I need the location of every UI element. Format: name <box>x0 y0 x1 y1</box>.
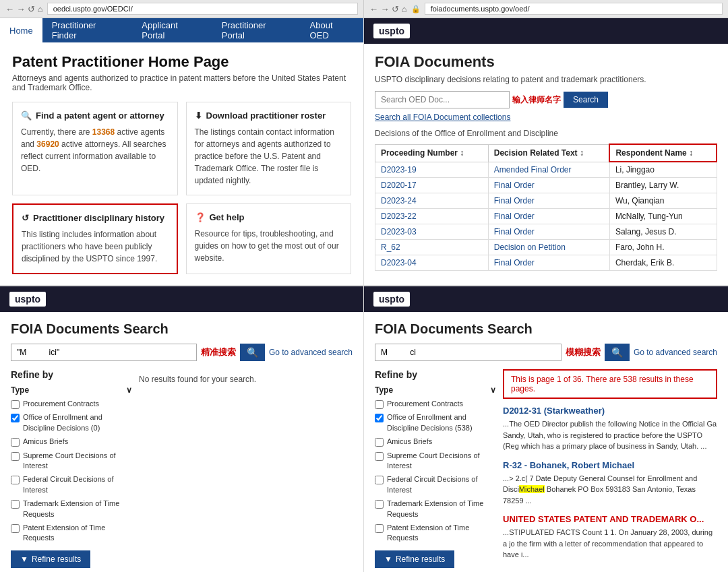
checkbox-item: Amicus Briefs <box>11 437 132 447</box>
bl-type-chevron[interactable]: ∨ <box>126 385 132 395</box>
checkbox-1[interactable] <box>11 414 20 422</box>
br-checkbox-0[interactable] <box>375 400 384 409</box>
filter-icon: ▼ <box>20 554 28 564</box>
tr-uspto-logo: uspto <box>373 24 410 38</box>
nav-item-home[interactable]: Home <box>0 18 42 42</box>
dec-text-cell[interactable]: Final Order <box>488 178 609 193</box>
card-download-title: ⬇ Download practitioner roster <box>195 110 343 121</box>
address-bar-left[interactable]: oedci.uspto.gov/OEDCI/ <box>47 3 358 15</box>
card-disciplinary[interactable]: ↺ Practitioner disciplinary history This… <box>12 203 178 274</box>
page-subtitle: Attorneys and agents authorized to pract… <box>12 73 351 92</box>
br-results-panel: This is page 1 of 36. There are 538 resu… <box>503 369 717 569</box>
result-title[interactable]: D2012-31 (Starkweather) <box>503 406 717 416</box>
nav-item-applicant[interactable]: Applicant Portal <box>132 15 212 46</box>
proc-num-cell[interactable]: D2023-03 <box>375 224 489 240</box>
br-checkbox-6[interactable] <box>375 524 384 533</box>
checkbox-6[interactable] <box>11 524 20 533</box>
checkbox-4[interactable] <box>11 476 20 484</box>
proc-num-cell[interactable]: D2023-24 <box>375 193 489 209</box>
br-checkbox-5[interactable] <box>375 500 384 509</box>
th-resp-name: Respondent Name ↕ <box>609 144 717 162</box>
th-dec-text: Decision Related Text ↕ <box>488 144 609 162</box>
bl-search-button[interactable]: 🔍 <box>240 344 265 361</box>
card-get-help[interactable]: ❓ Get help Resource for tips, troublesho… <box>186 203 352 274</box>
result-item: UNITED STATES PATENT AND TRADEMARK O....… <box>503 514 717 561</box>
dec-text-cell[interactable]: Final Order <box>488 224 609 240</box>
br-refine-button[interactable]: ▼ Refine results <box>375 550 454 568</box>
proc-num-cell[interactable]: R_62 <box>375 240 489 255</box>
bl-search-bar-row: 精准搜索 🔍 Go to advanced search <box>11 344 353 361</box>
card-find-agent-title: 🔍 Find a patent agent or attorney <box>21 110 169 121</box>
checkbox-5[interactable] <box>11 500 20 509</box>
resp-name-cell: McNally, Tung-Yun <box>609 209 717 224</box>
checkbox-item: Procurement Contracts <box>375 399 496 409</box>
bl-refine-button[interactable]: ▼ Refine results <box>11 550 90 568</box>
checkbox-2[interactable] <box>11 438 20 447</box>
br-checkbox-1[interactable] <box>375 414 384 422</box>
br-checkbox-4[interactable] <box>375 476 384 484</box>
checkbox-0[interactable] <box>11 400 20 409</box>
checkbox-item: Office of Enrollment and Discipline Deci… <box>375 412 496 433</box>
bl-refine-title: Refine by <box>11 369 132 380</box>
tr-all-collections-link[interactable]: Search all FOIA Document collections <box>375 113 717 122</box>
result-excerpt: ...The OED Director publish the followin… <box>503 418 717 452</box>
br-search-button[interactable]: 🔍 <box>605 344 630 361</box>
bl-search-input[interactable] <box>11 344 197 361</box>
table-row: D2023-24 Final Order Wu, Qianqian <box>375 193 717 209</box>
bl-results-panel: No results found for your search. <box>139 369 353 568</box>
checkbox-item: Procurement Contracts <box>11 399 132 409</box>
nav-item-practitioner[interactable]: Practitioner Portal <box>212 15 301 46</box>
proc-num-cell[interactable]: D2020-17 <box>375 178 489 193</box>
card-find-agent-body: Currently, there are 13368 active agents… <box>21 126 169 174</box>
help-icon: ❓ <box>195 212 206 222</box>
nav-item-about[interactable]: About OED <box>301 15 363 46</box>
download-icon: ⬇ <box>195 110 202 121</box>
nav-arrows-right[interactable]: ← → ↺ ⌂ <box>369 4 407 14</box>
dec-text-cell[interactable]: Final Order <box>488 209 609 224</box>
card-find-agent[interactable]: 🔍 Find a patent agent or attorney Curren… <box>12 102 178 195</box>
checkbox-3[interactable] <box>11 452 20 461</box>
br-advanced-search-link[interactable]: Go to advanced search <box>634 348 717 357</box>
dec-text-cell[interactable]: Final Order <box>488 193 609 209</box>
dec-text-cell[interactable]: Final Order <box>488 255 609 271</box>
result-title[interactable]: R-32 - Bohanek, Robert Michael <box>503 460 717 470</box>
bl-search-label: 精准搜索 <box>201 346 236 358</box>
page-title: Patent Practitioner Home Page <box>12 53 351 71</box>
checkbox-item: Trademark Extension of Time Requests <box>375 499 496 519</box>
nav-item-finder[interactable]: Practitioner Finder <box>42 15 133 46</box>
br-checkbox-3[interactable] <box>375 452 384 461</box>
bl-no-results: No results found for your search. <box>139 369 353 384</box>
br-search-input[interactable] <box>375 344 562 361</box>
br-checkbox-2[interactable] <box>375 438 384 447</box>
table-row: D2023-22 Final Order McNally, Tung-Yun <box>375 209 717 224</box>
card-download-roster[interactable]: ⬇ Download practitioner roster The listi… <box>186 102 352 195</box>
tr-decisions-label: Decisions of the Office of Enrollment an… <box>375 129 717 138</box>
result-title[interactable]: UNITED STATES PATENT AND TRADEMARK O... <box>503 514 717 524</box>
nav-arrows-left[interactable]: ← → ↺ ⌂ <box>5 4 43 14</box>
result-item: D2012-31 (Starkweather)...The OED Direct… <box>503 406 717 452</box>
proc-num-cell[interactable]: D2023-19 <box>375 162 489 178</box>
proc-num-cell[interactable]: D2023-22 <box>375 209 489 224</box>
nav-bar: Home Practitioner Finder Applicant Porta… <box>0 18 363 42</box>
checkbox-item: Patent Extension of Time Requests <box>375 523 496 544</box>
br-search-label: 模糊搜索 <box>566 346 601 358</box>
result-excerpt: ...STIPULATED FACTS Count 1 1. On Januar… <box>503 527 717 561</box>
proc-num-cell[interactable]: D2023-04 <box>375 255 489 271</box>
bl-title: FOIA Documents Search <box>11 321 353 337</box>
br-filter-icon: ▼ <box>384 554 392 564</box>
tr-search-row: 输入律师名字 Search <box>375 91 717 108</box>
quad-bottom-left: uspto FOIA Documents Search 精准搜索 🔍 Go to… <box>0 286 364 572</box>
result-item: R-32 - Bohanek, Robert Michael...> 2.c[ … <box>503 460 717 507</box>
bl-uspto-header: uspto <box>0 286 363 312</box>
address-bar-right[interactable]: foiadocuments.uspto.gov/oed/ <box>425 3 723 15</box>
bl-advanced-search-link[interactable]: Go to advanced search <box>269 348 353 357</box>
br-type-chevron[interactable]: ∨ <box>490 385 496 395</box>
tr-search-button[interactable]: Search <box>564 92 608 108</box>
bl-uspto-logo: uspto <box>9 292 46 307</box>
dec-text-cell[interactable]: Amended Final Order <box>488 162 609 178</box>
bl-refine-panel: Refine by Type ∨ Procurement ContractsOf… <box>11 369 132 568</box>
br-refine-title: Refine by <box>375 369 496 380</box>
dec-text-cell[interactable]: Decision on Petition <box>488 240 609 255</box>
resp-name-cell: Faro, John H. <box>609 240 717 255</box>
tr-search-input[interactable] <box>375 91 510 108</box>
